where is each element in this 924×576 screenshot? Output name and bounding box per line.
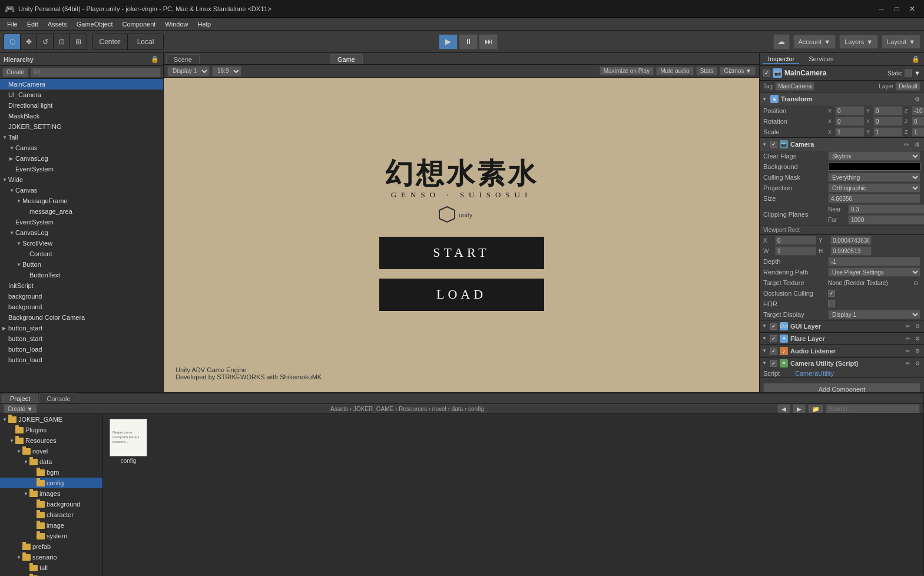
menu-edit[interactable]: Edit: [22, 19, 43, 29]
h-item-canvas2[interactable]: Canvas: [0, 185, 163, 196]
h-item-scrollview[interactable]: ScrollView: [0, 238, 163, 249]
p-item-images[interactable]: images: [0, 488, 102, 499]
tag-value[interactable]: MainCamera: [775, 82, 814, 91]
scale-z[interactable]: [912, 127, 924, 137]
display-select[interactable]: Display 1: [167, 66, 210, 77]
menu-window[interactable]: Window: [160, 19, 193, 29]
renderingpath-select[interactable]: Use Player Settings: [828, 267, 920, 277]
h-item-messagearea[interactable]: message_area: [0, 206, 163, 217]
guilayer-settings-btn[interactable]: ⚙: [913, 322, 922, 330]
p-item-background[interactable]: background: [0, 499, 102, 509]
near-input[interactable]: [848, 204, 924, 214]
cloud-button[interactable]: ☁: [773, 34, 790, 49]
guilayer-enabled-checkbox[interactable]: [770, 323, 777, 330]
camerautility-settings-btn[interactable]: ⚙: [913, 359, 922, 368]
next-btn[interactable]: ▶: [793, 404, 806, 413]
camera-header[interactable]: 📷 Camera ✏ ⚙: [760, 138, 924, 151]
pos-y[interactable]: [873, 106, 903, 115]
camera-enabled-checkbox[interactable]: [770, 141, 777, 148]
guilayer-edit-btn[interactable]: ✏: [904, 322, 912, 330]
h-item-messageframe[interactable]: MessageFrame: [0, 196, 163, 206]
aspect-select[interactable]: 16:9: [212, 66, 241, 77]
transform-settings-btn[interactable]: ⚙: [912, 94, 922, 104]
maximize-on-play-btn[interactable]: Maximize on Play: [600, 67, 654, 75]
mute-audio-btn[interactable]: Mute audio: [656, 67, 693, 75]
menu-help[interactable]: Help: [193, 19, 216, 29]
pivot-center-btn[interactable]: Center: [92, 34, 128, 49]
menu-component[interactable]: Component: [117, 19, 160, 29]
pos-z[interactable]: [912, 106, 924, 115]
account-dropdown[interactable]: Account ▼: [793, 35, 836, 49]
tool-hand[interactable]: ⬡: [4, 34, 21, 49]
hdr-checkbox[interactable]: [828, 300, 835, 307]
hierarchy-search[interactable]: [31, 68, 161, 77]
flarelayer-settings-btn[interactable]: ⚙: [913, 335, 922, 343]
p-item-wide[interactable]: wide: [0, 573, 102, 576]
p-item-config[interactable]: config: [0, 478, 102, 488]
start-button[interactable]: START: [379, 237, 544, 269]
minimize-button[interactable]: ─: [875, 3, 889, 15]
h-item-tall[interactable]: Tall: [0, 132, 163, 143]
far-input[interactable]: [848, 215, 924, 224]
h-item-background1[interactable]: background: [0, 291, 163, 302]
layout-dropdown[interactable]: Layout ▼: [882, 35, 920, 49]
h-item-maskblack[interactable]: MaskBlack: [0, 111, 163, 121]
h-item-content[interactable]: Content: [0, 249, 163, 259]
space-local-btn[interactable]: Local: [128, 34, 163, 49]
h-item-directional[interactable]: Directional light: [0, 100, 163, 111]
maximize-button[interactable]: □: [890, 3, 904, 15]
pause-button[interactable]: ⏸: [459, 34, 478, 49]
audiolistener-edit-btn[interactable]: ✏: [904, 347, 912, 355]
h-item-btnstart2[interactable]: button_start: [0, 333, 163, 344]
scale-x[interactable]: [835, 127, 865, 137]
camerautility-enabled-checkbox[interactable]: [770, 360, 777, 367]
project-create-btn[interactable]: Create ▼: [4, 404, 37, 413]
target-texture-select-btn[interactable]: ⊙: [911, 278, 920, 287]
add-component-button[interactable]: Add Component: [763, 383, 920, 392]
tab-services[interactable]: Services: [804, 55, 838, 64]
load-button[interactable]: LOAD: [379, 279, 544, 311]
rot-z[interactable]: [912, 117, 924, 126]
background-color-swatch[interactable]: [828, 163, 920, 171]
p-item-plugins[interactable]: Plugins: [0, 425, 102, 435]
audiolistener-enabled-checkbox[interactable]: [770, 347, 777, 355]
tool-move[interactable]: ✥: [21, 34, 37, 49]
h-item-uicamera[interactable]: UI_Camera: [0, 90, 163, 100]
prev-btn[interactable]: ◀: [777, 404, 790, 413]
h-item-jokersetting[interactable]: JOKER_SETTING: [0, 121, 163, 132]
cullingmask-select[interactable]: Everything: [828, 173, 920, 182]
viewport-h[interactable]: [830, 246, 872, 256]
folder-btn[interactable]: 📁: [808, 404, 823, 413]
menu-assets[interactable]: Assets: [43, 19, 72, 29]
h-item-bgcolorcamera[interactable]: Background Color Camera: [0, 312, 163, 323]
audiolistener-settings-btn[interactable]: ⚙: [913, 347, 922, 355]
h-item-canvas1[interactable]: Canvas: [0, 143, 163, 153]
p-item-prefab[interactable]: prefab: [0, 541, 102, 552]
p-item-jokergame[interactable]: JOKER_GAME: [0, 414, 102, 425]
h-item-maincamera[interactable]: MainCamera: [0, 79, 163, 90]
p-item-bgm[interactable]: bgm: [0, 467, 102, 478]
stats-btn[interactable]: Stats: [696, 67, 718, 75]
static-checkbox[interactable]: [905, 69, 912, 77]
transform-header[interactable]: ⊕ Transform ⚙: [760, 92, 924, 105]
h-item-canvaslog1[interactable]: CanvasLog: [0, 153, 163, 164]
tool-rotate[interactable]: ↺: [37, 34, 54, 49]
h-item-buttontext[interactable]: ButtonText: [0, 270, 163, 280]
flarelayer-edit-btn[interactable]: ✏: [904, 335, 912, 343]
gizmos-btn[interactable]: Gizmos ▼: [720, 67, 756, 75]
tab-inspector[interactable]: Inspector: [763, 55, 799, 64]
p-item-scenario[interactable]: scenario: [0, 552, 102, 562]
object-active-checkbox[interactable]: [763, 69, 770, 77]
h-item-eventsystem2[interactable]: EventSystem: [0, 217, 163, 227]
h-item-btnstart1[interactable]: button_start: [0, 323, 163, 333]
viewport-y[interactable]: [830, 236, 872, 245]
h-item-eventsystem1[interactable]: EventSystem: [0, 164, 163, 174]
viewport-w[interactable]: [775, 246, 816, 256]
rot-y[interactable]: [873, 117, 903, 126]
p-item-novel[interactable]: novel: [0, 446, 102, 456]
step-button[interactable]: ⏭: [479, 34, 498, 49]
layers-dropdown[interactable]: Layers ▼: [839, 35, 878, 49]
close-button[interactable]: ✕: [905, 3, 919, 15]
p-item-tall[interactable]: tall: [0, 562, 102, 573]
targetdisplay-select[interactable]: Display 1: [828, 310, 920, 319]
